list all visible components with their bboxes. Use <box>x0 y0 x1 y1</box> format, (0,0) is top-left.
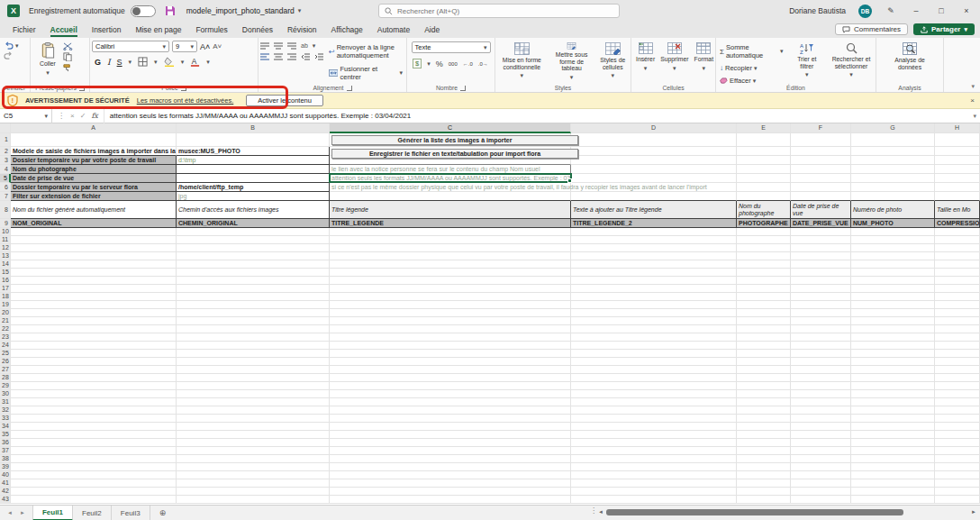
row-header[interactable]: 11 <box>0 236 11 244</box>
empty-cell[interactable] <box>791 228 851 236</box>
shrink-font-icon[interactable]: A˅ <box>213 42 222 50</box>
empty-cell[interactable] <box>330 317 571 325</box>
empty-cell[interactable] <box>571 374 737 382</box>
empty-cell[interactable] <box>851 285 935 293</box>
cell-h8[interactable]: Taille en Mo <box>935 201 980 219</box>
empty-cell[interactable] <box>737 382 791 390</box>
column-header-c[interactable]: C <box>330 123 571 133</box>
excel-logo-icon[interactable]: X <box>7 5 20 17</box>
empty-cell[interactable] <box>737 423 791 431</box>
percent-icon[interactable]: % <box>436 59 443 68</box>
fill-button[interactable]: ↓Recopier▾ <box>718 63 785 73</box>
empty-cell[interactable] <box>177 317 330 325</box>
restore-icon[interactable]: □ <box>935 6 948 15</box>
empty-cell[interactable] <box>935 455 980 463</box>
empty-cell[interactable] <box>851 463 935 471</box>
empty-cell[interactable] <box>177 342 330 350</box>
formula-content[interactable]: attention seuls les formats JJ/MM/AAAA o… <box>104 112 411 120</box>
empty-cell[interactable] <box>177 463 330 471</box>
empty-cell[interactable] <box>935 293 980 301</box>
empty-cell[interactable] <box>330 342 571 350</box>
increase-decimal-icon[interactable]: ←.0 <box>463 61 473 67</box>
empty-cell[interactable] <box>935 342 980 350</box>
empty-cell[interactable] <box>177 252 330 260</box>
row-header[interactable]: 1 <box>0 133 11 147</box>
empty-cell[interactable] <box>791 285 851 293</box>
merge-center-button[interactable]: Fusionner et centrer ▾ <box>327 64 404 82</box>
minimize-icon[interactable]: – <box>910 6 922 15</box>
empty-cell[interactable] <box>177 293 330 301</box>
empty-cell[interactable] <box>737 301 791 309</box>
empty-cell[interactable] <box>11 415 177 423</box>
empty-cell[interactable] <box>571 471 737 479</box>
row-header[interactable]: 5 <box>0 174 11 183</box>
row-header[interactable]: 25 <box>0 350 11 358</box>
empty-cell[interactable] <box>330 382 571 390</box>
empty-cell[interactable] <box>571 285 737 293</box>
empty-cell[interactable] <box>11 260 177 269</box>
row-header[interactable]: 15 <box>0 269 11 277</box>
align-middle-icon[interactable] <box>274 42 283 50</box>
hscroll-right-icon[interactable]: ► <box>971 509 976 515</box>
empty-cell[interactable] <box>177 496 330 504</box>
cell-b3[interactable]: d:\tmp <box>177 156 330 165</box>
row-header[interactable]: 37 <box>0 447 11 455</box>
undo-button[interactable]: ▾ <box>2 41 28 50</box>
empty-cell[interactable] <box>935 406 980 415</box>
cell-a8[interactable]: Nom du fichier généré automatiquement <box>11 201 177 219</box>
empty-cell[interactable] <box>791 406 851 415</box>
empty-cell[interactable] <box>737 390 791 398</box>
empty-cell[interactable] <box>11 293 177 301</box>
number-dialog-launcher-icon[interactable] <box>460 86 466 91</box>
empty-cell[interactable] <box>791 471 851 479</box>
cell-f1[interactable] <box>791 133 851 147</box>
empty-cell[interactable] <box>935 415 980 423</box>
cell-e7[interactable] <box>737 192 791 201</box>
empty-cell[interactable] <box>791 301 851 309</box>
row-header[interactable]: 24 <box>0 342 11 350</box>
hscroll-left-icon[interactable]: ◄ <box>598 509 603 515</box>
empty-cell[interactable] <box>791 366 851 374</box>
sheet-next-icon[interactable]: ► <box>20 510 25 515</box>
empty-cell[interactable] <box>737 406 791 415</box>
empty-cell[interactable] <box>935 471 980 479</box>
row-header[interactable]: 28 <box>0 374 11 382</box>
empty-cell[interactable] <box>11 366 177 374</box>
empty-cell[interactable] <box>571 382 737 390</box>
column-header-g[interactable]: G <box>851 123 935 133</box>
font-color-icon[interactable]: A <box>190 57 200 67</box>
sheet-tab-feuil2[interactable]: Feuil2 <box>73 506 112 520</box>
font-dialog-launcher-icon[interactable] <box>181 86 186 91</box>
empty-cell[interactable] <box>11 301 177 309</box>
empty-cell[interactable] <box>851 455 935 463</box>
cell-styles-button[interactable]: Styles de cellules ▾ <box>596 41 629 82</box>
empty-cell[interactable] <box>571 293 737 301</box>
empty-cell[interactable] <box>935 398 980 406</box>
align-left-icon[interactable] <box>260 53 269 60</box>
empty-cell[interactable] <box>11 285 177 293</box>
empty-cell[interactable] <box>851 423 935 431</box>
cell-a1[interactable] <box>11 133 177 147</box>
empty-cell[interactable] <box>791 463 851 471</box>
empty-cell[interactable] <box>791 415 851 423</box>
autosum-button[interactable]: ΣSomme automatique▾ <box>718 42 785 60</box>
empty-cell[interactable] <box>11 455 177 463</box>
empty-cell[interactable] <box>571 317 737 325</box>
row-header[interactable]: 9 <box>0 219 11 228</box>
empty-cell[interactable] <box>330 333 571 342</box>
cell-d4[interactable] <box>571 165 737 174</box>
empty-cell[interactable] <box>737 293 791 301</box>
empty-cell[interactable] <box>791 431 851 439</box>
empty-cell[interactable] <box>177 236 330 244</box>
tab-automate[interactable]: Automate <box>370 23 417 36</box>
decrease-indent-icon[interactable] <box>301 53 310 60</box>
cell-e4[interactable] <box>737 165 791 174</box>
find-select-button[interactable]: Rechercher et sélectionner ▾ <box>829 41 874 82</box>
cell-g2[interactable] <box>851 147 935 156</box>
empty-cell[interactable] <box>11 228 177 236</box>
search-input[interactable] <box>397 7 577 15</box>
empty-cell[interactable] <box>851 317 935 325</box>
empty-cell[interactable] <box>935 236 980 244</box>
cell-b7[interactable]: jpg <box>177 192 330 201</box>
empty-cell[interactable] <box>935 447 980 455</box>
